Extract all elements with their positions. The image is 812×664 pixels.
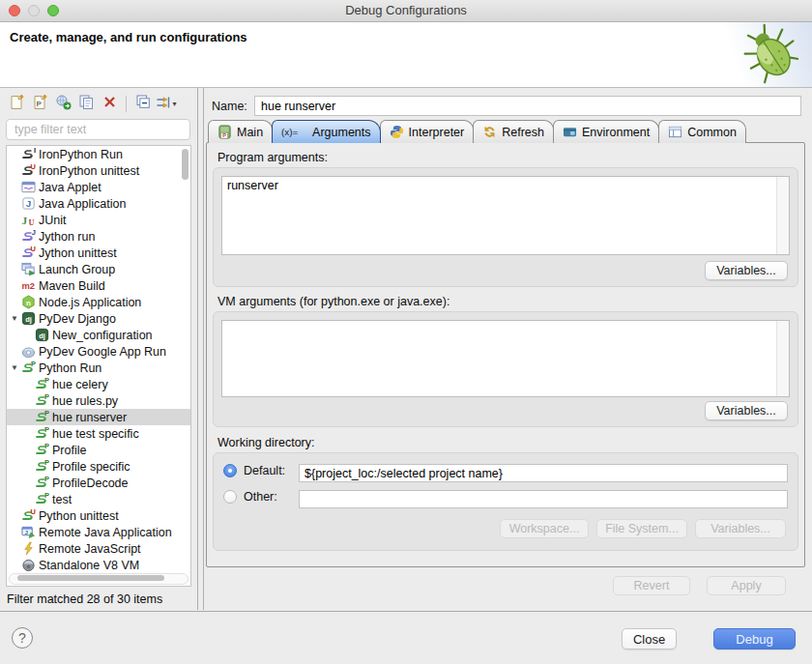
working-directory-variables-button[interactable]: Variables... — [695, 519, 786, 538]
tree-item-junit[interactable]: JUJUnit — [7, 212, 190, 228]
tree-item-java-application[interactable]: JJava Application — [7, 195, 190, 212]
tab-environment[interactable]: Environment — [553, 120, 659, 143]
other-radio[interactable] — [223, 490, 237, 504]
tab-refresh[interactable]: Refresh — [473, 120, 554, 143]
sidebar-toolbar: P▾ — [5, 92, 178, 115]
tree-item-label: Launch Group — [39, 263, 115, 276]
revert-button[interactable]: Revert — [613, 576, 690, 595]
tab-arguments[interactable]: (x)=Arguments — [272, 120, 380, 143]
expander-icon[interactable]: ▼ — [9, 310, 20, 327]
close-button[interactable]: Close — [622, 628, 677, 650]
svg-text:dj: dj — [25, 315, 32, 324]
tree-item-pydev-django[interactable]: ▼djPyDev Django — [7, 310, 190, 327]
filter-input[interactable] — [6, 119, 190, 140]
tree-item-node-js-application[interactable]: nNode.js Application — [7, 294, 190, 310]
tree-item-test[interactable]: Ptest — [7, 491, 190, 507]
filesystem-button[interactable]: File System... — [596, 519, 687, 538]
tree-item-standalone-v8-vm[interactable]: Standalone V8 VM — [7, 557, 190, 573]
tree-item-remote-javascript[interactable]: Remote JavaScript — [7, 540, 190, 557]
program-arguments-group: runserver Variables... — [213, 167, 798, 287]
tree-item-profile-specific[interactable]: PProfile specific — [7, 458, 190, 475]
tree-item-label: Python unittest — [39, 509, 119, 523]
tree-item-label: ProfileDecode — [52, 476, 129, 490]
workspace-button[interactable]: Workspace... — [500, 519, 589, 538]
tree-item-python-run[interactable]: ▼PPython Run — [7, 360, 190, 376]
tree-horizontal-scrollbar[interactable] — [9, 573, 188, 585]
collapse-all-button[interactable] — [131, 93, 155, 114]
maven-icon: m2 — [20, 278, 36, 293]
other-radio-label: Other: — [244, 490, 277, 504]
snake-dark-U-icon: U — [20, 163, 36, 178]
remote-java-icon: J — [20, 525, 36, 539]
tree-item-pydev-google-app-run[interactable]: PyDev Google App Run — [7, 343, 190, 360]
default-radio[interactable] — [223, 464, 237, 477]
snake-green-P-icon: P — [20, 361, 36, 375]
tree-item-maven-build[interactable]: m2Maven Build — [7, 277, 190, 294]
program-arguments-textarea[interactable]: runserver — [222, 177, 777, 254]
vm-arguments-group: Variables... — [213, 311, 798, 427]
tree-item-ironpython-run[interactable]: IIronPython Run — [7, 146, 190, 162]
new-prototype-button[interactable]: P — [28, 93, 51, 114]
tree-item-python-unittest[interactable]: UPython unittest — [7, 507, 190, 524]
svg-text:P: P — [44, 492, 48, 500]
debug-button[interactable]: Debug — [713, 628, 796, 650]
textarea-scrollbar[interactable] — [776, 177, 789, 254]
name-input[interactable] — [254, 96, 801, 116]
expander-icon[interactable]: ▼ — [9, 360, 20, 376]
tree-item-label: IronPython unittest — [39, 164, 139, 178]
vm-arguments-variables-button[interactable]: Variables... — [705, 401, 788, 420]
tree-item-label: Jython run — [39, 230, 95, 244]
debug-configurations-dialog: { "window": { "title": "Debug Configurat… — [0, 0, 812, 664]
tree-item-jython-unittest[interactable]: UJython unittest — [7, 245, 190, 261]
tree-item-hue-rules-py[interactable]: Phue rules.py — [7, 392, 190, 409]
minimize-window-button[interactable] — [28, 5, 40, 16]
textarea-scrollbar[interactable] — [776, 321, 789, 396]
help-button[interactable]: ? — [12, 627, 33, 649]
tree-item-hue-celery[interactable]: Phue celery — [7, 376, 190, 392]
new-configuration-button[interactable] — [5, 93, 28, 114]
snake-green-U-icon: U — [20, 508, 36, 523]
collapse-all-icon — [135, 94, 152, 113]
tree-item-remote-java-application[interactable]: JRemote Java Application — [7, 524, 190, 540]
node-icon: n — [20, 295, 36, 309]
filter-status-text: Filter matched 28 of 30 items — [7, 592, 162, 606]
other-directory-field[interactable] — [299, 490, 788, 508]
tree-item-java-applet[interactable]: Java Applet — [7, 179, 190, 195]
tab-label: Main — [237, 126, 263, 139]
tab-label: Common — [687, 126, 737, 139]
export-configurations-button[interactable] — [51, 93, 74, 114]
remote-js-icon — [20, 541, 36, 556]
default-directory-field[interactable]: ${project_loc:/selected project name} — [299, 464, 788, 482]
tree-item-jython-run[interactable]: JJython run — [7, 228, 190, 245]
tree-item-launch-group[interactable]: Launch Group — [7, 261, 190, 277]
close-window-button[interactable] — [9, 5, 20, 16]
svg-text:dj: dj — [39, 332, 45, 340]
tree-item-hue-test-specific[interactable]: Phue test specific — [7, 425, 190, 442]
tab-common[interactable]: Common — [658, 120, 746, 143]
tree-item-hue-runserver[interactable]: Phue runserver — [7, 409, 190, 425]
tree-vertical-scrollbar[interactable] — [182, 149, 188, 180]
tab-common-icon — [668, 125, 682, 139]
snake-green-P-icon: P — [34, 410, 49, 424]
vm-arguments-textarea[interactable] — [222, 321, 777, 396]
tree-item-ironpython-unittest[interactable]: UIronPython unittest — [7, 162, 190, 179]
zoom-window-button[interactable] — [47, 5, 59, 16]
tree-item-label: hue celery — [52, 378, 108, 391]
delete-configuration-button[interactable] — [98, 93, 121, 114]
program-arguments-variables-button[interactable]: Variables... — [705, 261, 788, 280]
apply-button[interactable]: Apply — [707, 576, 786, 595]
tree-item-new-configuration[interactable]: djNew_configuration — [7, 327, 190, 343]
duplicate-configuration-button[interactable] — [74, 93, 98, 114]
tab-arguments-icon: (x)= — [281, 126, 307, 138]
filter-configurations-button[interactable]: ▾ — [155, 93, 178, 114]
program-arguments-box: runserver — [221, 176, 790, 255]
tab-interpreter[interactable]: Interpreter — [380, 120, 475, 143]
vm-arguments-label: VM arguments (for python.exe or java.exe… — [218, 295, 450, 308]
program-arguments-label: Program arguments: — [218, 151, 328, 164]
tab-label: Refresh — [502, 126, 544, 139]
tab-label: Arguments — [312, 126, 370, 139]
tree-item-profiledecode[interactable]: PProfileDecode — [7, 475, 190, 491]
java-applet-icon — [20, 180, 36, 194]
tree-item-profile[interactable]: PProfile — [7, 442, 190, 458]
tab-main[interactable]: PMain — [208, 120, 273, 143]
